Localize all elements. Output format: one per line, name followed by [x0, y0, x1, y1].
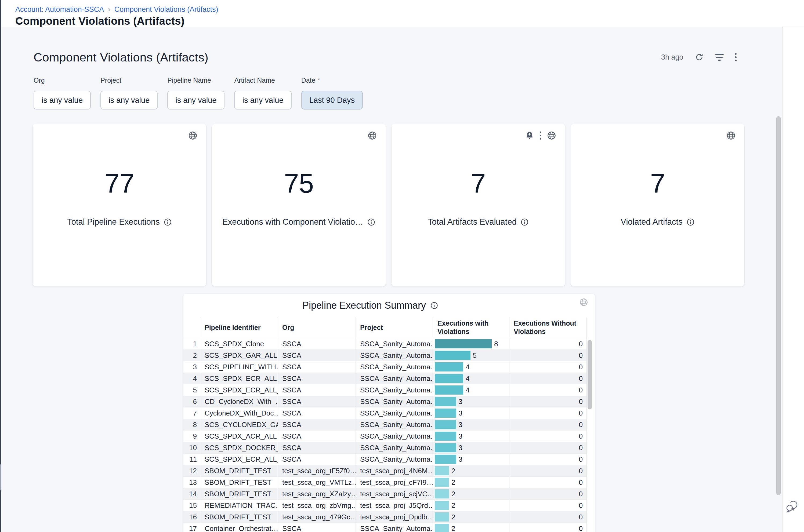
- filter-value: is any value: [109, 96, 150, 105]
- row-number: 1: [183, 338, 200, 349]
- project-cell: test_ssca_proj_Dpdlb…: [356, 511, 433, 522]
- filter-label: Pipeline Name: [167, 76, 224, 84]
- project-cell: SSCA_Sanity_Automa…: [356, 350, 433, 361]
- row-number: 15: [183, 500, 200, 511]
- col-header-project[interactable]: Project: [356, 317, 433, 338]
- violations-bar-value: 8: [494, 340, 498, 348]
- col-header-pipeline-identifier[interactable]: Pipeline Identifier: [200, 317, 278, 338]
- violations-bar-value: 2: [451, 490, 455, 498]
- dashboard-scrollbar-thumb[interactable]: [777, 116, 781, 495]
- pipeline-identifier-cell: SCS_SPDX_ECR_ALL_…: [200, 454, 278, 465]
- executions-with-violations-cell: 5: [433, 350, 509, 361]
- filter-icon[interactable]: [715, 54, 724, 61]
- project-cell: SSCA_Sanity_Automa…: [356, 384, 433, 396]
- executions-without-violations-cell: 0: [509, 419, 587, 430]
- table-body: 1 SCS_SPDX_Clone SSCA SSCA_Sanity_Automa…: [183, 338, 587, 532]
- violations-bar-value: 2: [451, 467, 455, 475]
- kebab-menu-icon[interactable]: [735, 53, 736, 61]
- table-row: 16 SBOM_DRIFT_TEST test_ssca_org_479Gc… …: [183, 511, 587, 523]
- stat-card: 77 Total Pipeline Executions: [33, 124, 206, 286]
- pipeline-identifier-cell: CycloneDX_With_Doc…: [200, 407, 278, 419]
- col-header-org[interactable]: Org: [278, 317, 356, 338]
- executions-with-violations-cell: 2: [433, 500, 509, 511]
- info-icon[interactable]: [164, 218, 172, 226]
- filter-label: Date *: [301, 76, 363, 84]
- card-icons: [726, 131, 736, 140]
- breadcrumb-account-link[interactable]: Account: Automation-SSCA: [15, 5, 104, 14]
- filter-required-marker: *: [317, 76, 320, 84]
- pipeline-identifier-cell: SCS_SPDX_ACR_ALL…: [200, 431, 278, 442]
- kebab-menu-icon[interactable]: [540, 132, 541, 139]
- executions-without-violations-cell: 0: [509, 477, 587, 488]
- table-title: Pipeline Execution Summary: [302, 300, 426, 311]
- pipeline-identifier-cell: SCS_SPDX_ECR_ALL_…: [200, 384, 278, 396]
- filter-value-button[interactable]: is any value: [100, 91, 157, 110]
- row-number: 10: [183, 442, 200, 453]
- table-row: 3 SCS_PIPELINE_WITH… SSCA SSCA_Sanity_Au…: [183, 361, 587, 373]
- filter: Date * Last 90 Days: [301, 76, 363, 110]
- filter-value-button[interactable]: is any value: [167, 91, 224, 110]
- org-cell: SSCA: [278, 523, 356, 532]
- stat-label: Executions with Component Violatio…: [222, 217, 363, 227]
- violations-bar: [435, 512, 449, 521]
- table-row: 9 SCS_SPDX_ACR_ALL… SSCA SSCA_Sanity_Aut…: [183, 431, 587, 442]
- card-icons: [367, 131, 377, 140]
- row-number: 8: [183, 419, 200, 430]
- row-number: 11: [183, 454, 200, 465]
- table-scrollbar-thumb[interactable]: [587, 340, 592, 409]
- page-title: Component Violations (Artifacts): [15, 15, 185, 27]
- violations-bar: [435, 455, 456, 464]
- violations-bar-value: 3: [459, 398, 463, 406]
- executions-with-violations-cell: 3: [433, 419, 509, 430]
- globe-icon[interactable]: [547, 131, 556, 140]
- table-row: 7 CycloneDX_With_Doc… SSCA SSCA_Sanity_A…: [183, 407, 587, 419]
- executions-without-violations-cell: 0: [509, 488, 587, 499]
- info-icon[interactable]: [520, 218, 529, 226]
- stat-card: 75 Executions with Component Violatio…: [212, 124, 386, 286]
- table-row: 8 SCS_CYCLONEDX_GA… SSCA SSCA_Sanity_Aut…: [183, 419, 587, 431]
- violations-bar-value: 3: [459, 455, 463, 463]
- org-cell: SSCA: [278, 384, 356, 396]
- violations-bar: [435, 489, 449, 498]
- globe-icon[interactable]: [188, 131, 198, 140]
- violations-bar-value: 4: [466, 375, 469, 383]
- filter-value-button[interactable]: is any value: [34, 91, 91, 110]
- info-icon[interactable]: [686, 218, 695, 226]
- filter-value: is any value: [42, 96, 83, 105]
- globe-icon[interactable]: [726, 131, 736, 140]
- table-row: 17 Container_Orchestrat… SSCA SSCA_Sanit…: [183, 523, 587, 532]
- refresh-icon[interactable]: [695, 53, 704, 62]
- col-header-executions-without-violations[interactable]: Executions Without Violations: [509, 317, 587, 338]
- project-cell: SSCA_Sanity_Automa…: [356, 523, 433, 532]
- project-cell: SSCA_Sanity_Automa…: [356, 338, 433, 349]
- info-icon[interactable]: [367, 218, 375, 226]
- globe-icon[interactable]: [367, 131, 377, 140]
- violations-bar-value: 3: [459, 432, 463, 440]
- filter-label: Artifact Name: [234, 76, 292, 84]
- stat-label: Total Artifacts Evaluated: [428, 217, 517, 227]
- row-number: 9: [183, 431, 200, 442]
- filter-label-text: Artifact Name: [234, 76, 275, 84]
- filter-value-button[interactable]: Last 90 Days: [301, 91, 363, 110]
- chat-help-button[interactable]: [784, 498, 801, 515]
- org-cell: SSCA: [278, 431, 356, 442]
- violations-bar: [435, 374, 463, 383]
- executions-with-violations-cell: 2: [433, 477, 509, 488]
- executions-with-violations-cell: 3: [433, 431, 509, 442]
- org-cell: test_ssca_org_VMTLz…: [278, 477, 356, 488]
- col-header-executions-with-violations[interactable]: Executions with Violations: [433, 317, 509, 338]
- project-cell: SSCA_Sanity_Automa…: [356, 407, 433, 419]
- stat-label-row: Violated Artifacts: [571, 217, 744, 227]
- filter-value-button[interactable]: is any value: [234, 91, 292, 110]
- breadcrumb-current-link[interactable]: Component Violations (Artifacts): [114, 5, 218, 14]
- org-cell: test_ssca_org_479Gc…: [278, 511, 356, 522]
- row-number: 12: [183, 465, 200, 476]
- table-row: 10 SCS_SPDX_DOCKER_… SSCA SSCA_Sanity_Au…: [183, 442, 587, 454]
- org-cell: SSCA: [278, 442, 356, 453]
- pipeline-identifier-cell: SCS_SPDX_DOCKER_…: [200, 442, 278, 453]
- globe-icon[interactable]: [579, 298, 588, 307]
- table-header-row: Pipeline Identifier Org Project Executio…: [183, 317, 587, 338]
- table-title-row: Pipeline Execution Summary: [183, 300, 576, 311]
- info-icon[interactable]: [430, 301, 438, 309]
- bell-plus-icon[interactable]: [525, 131, 535, 140]
